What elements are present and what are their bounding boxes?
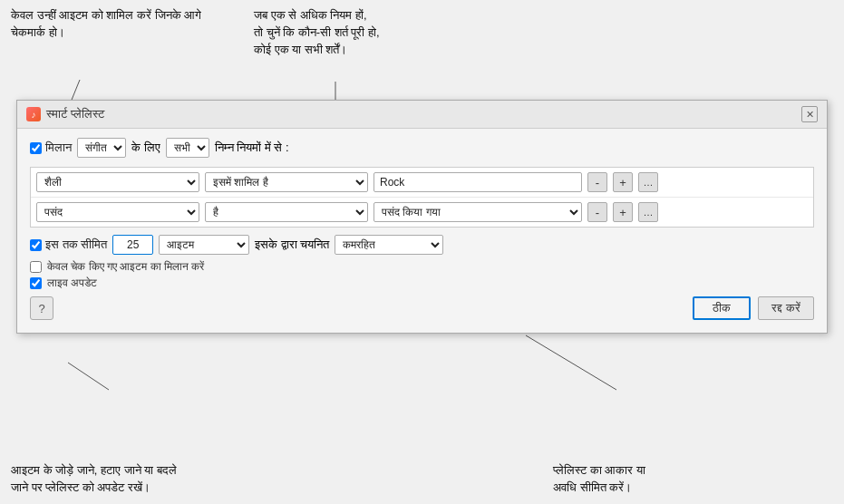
dialog-body: मिलान संगीत के लिए सभी निम्न नियमों में … <box>17 129 827 333</box>
annotation-top-right: जब एक से अधिक नियम हों,तो चुनें कि कौन-स… <box>254 7 380 59</box>
limit-by-dropdown[interactable]: कमरहित <box>335 235 443 255</box>
limit-checkbox[interactable] <box>30 239 42 251</box>
match-for-text: के लिए <box>131 141 160 155</box>
rule-row-2: पसंद है पसंद किया गया - + … <box>31 198 813 227</box>
limit-row: इस तक सीमित आइटम इसके द्वारा चयनित कमरहि… <box>30 235 814 255</box>
svg-line-3 <box>526 335 616 390</box>
annotation-bottom-left: आइटम के जोड़े जाने, हटाए जाने या बदलेजान… <box>11 462 177 497</box>
svg-line-2 <box>68 363 109 390</box>
rule2-field-dropdown[interactable]: पसंद <box>36 202 199 222</box>
live-update-row: लाइव अपडेट <box>30 276 814 289</box>
rule1-value-input[interactable] <box>373 172 582 192</box>
limit-checkbox-label[interactable]: इस तक सीमित <box>30 237 107 252</box>
only-checked-checkbox[interactable] <box>30 261 42 273</box>
only-checked-label[interactable]: केवल चेक किए गए आइटम का मिलान करें <box>47 260 204 273</box>
limit-unit-dropdown[interactable]: आइटम <box>159 235 249 255</box>
match-checkbox-label[interactable]: मिलान <box>30 141 72 155</box>
rule2-value-dropdown[interactable]: पसंद किया गया <box>373 202 582 222</box>
rule2-add-button[interactable]: + <box>613 202 633 222</box>
ok-button[interactable]: ठीक <box>693 296 751 320</box>
annotation-top-left: केवल उन्हीं आइटम को शामिल करें जिनके आगे… <box>11 7 210 42</box>
rules-container: शैली इसमें शामिल है - + … पसंद है <box>30 167 814 228</box>
rule1-remove-button[interactable]: - <box>587 172 607 192</box>
live-update-label[interactable]: लाइव अपडेट <box>47 276 97 289</box>
bottom-row: ? ठीक रद्द करें <box>30 296 814 320</box>
match-row: मिलान संगीत के लिए सभी निम्न नियमों में … <box>30 138 814 158</box>
cancel-button[interactable]: रद्द करें <box>758 296 814 320</box>
limit-value-input[interactable] <box>112 235 153 255</box>
dialog-title: स्मार्ट प्लेलिस्ट <box>46 107 104 121</box>
match-type-dropdown[interactable]: संगीत <box>77 138 126 158</box>
rule1-field-dropdown[interactable]: शैली <box>36 172 199 192</box>
annotation-bottom-left-text: आइटम के जोड़े जाने, हटाए जाने या बदलेजान… <box>11 463 177 494</box>
close-button[interactable]: ✕ <box>801 106 818 122</box>
rule2-more-button[interactable]: … <box>638 202 658 222</box>
rule1-more-button[interactable]: … <box>638 172 658 192</box>
music-icon: ♪ <box>26 107 41 121</box>
annotation-top-left-text: केवल उन्हीं आइटम को शामिल करें जिनके आगे… <box>11 8 201 39</box>
only-checked-row: केवल चेक किए गए आइटम का मिलान करें <box>30 260 814 273</box>
annotation-top-right-text: जब एक से अधिक नियम हों,तो चुनें कि कौन-स… <box>254 8 380 56</box>
live-update-checkbox[interactable] <box>30 277 42 289</box>
rule1-condition-dropdown[interactable]: इसमें शामिल है <box>205 172 368 192</box>
help-button[interactable]: ? <box>30 296 53 320</box>
limit-by-label: इसके द्वारा चयनित <box>255 237 329 252</box>
rule2-condition-dropdown[interactable]: है <box>205 202 368 222</box>
match-condition-dropdown[interactable]: सभी <box>166 138 209 158</box>
limit-label: इस तक सीमित <box>45 237 107 252</box>
match-suffix-text: निम्न नियमों में से : <box>215 141 289 155</box>
dialog-title-left: ♪ स्मार्ट प्लेलिस्ट <box>26 107 104 121</box>
action-buttons: ठीक रद्द करें <box>693 296 814 320</box>
rule1-add-button[interactable]: + <box>613 172 633 192</box>
annotation-bottom-right: प्लेलिस्ट का आकार याअवधि सीमित करें। <box>553 462 645 497</box>
match-checkbox[interactable] <box>30 142 42 154</box>
rule2-remove-button[interactable]: - <box>587 202 607 222</box>
annotation-bottom-right-text: प्लेलिस्ट का आकार याअवधि सीमित करें। <box>553 463 645 494</box>
match-prefix: मिलान <box>45 141 72 155</box>
smart-playlist-dialog: ♪ स्मार्ट प्लेलिस्ट ✕ मिलान संगीत के लिए… <box>16 100 828 334</box>
dialog-titlebar: ♪ स्मार्ट प्लेलिस्ट ✕ <box>17 101 827 129</box>
rule-row-1: शैली इसमें शामिल है - + … <box>31 168 813 198</box>
